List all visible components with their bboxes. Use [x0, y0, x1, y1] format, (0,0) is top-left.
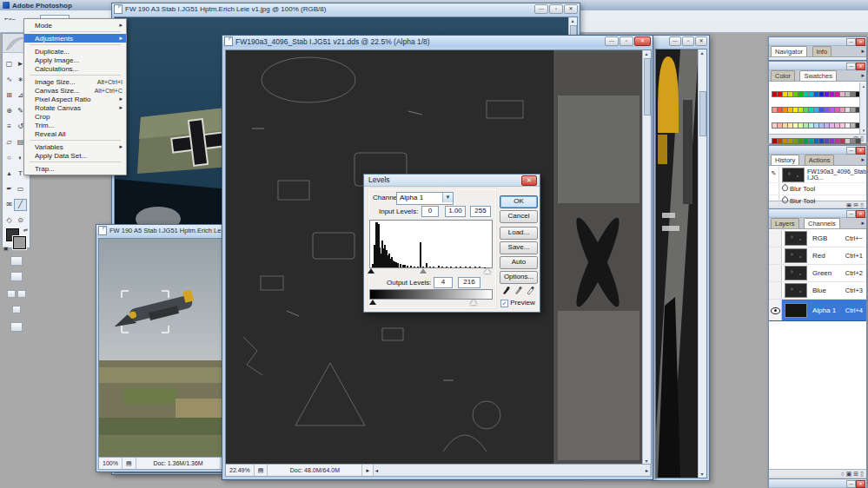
swatch[interactable]	[814, 123, 818, 128]
menu-item-duplicate[interactable]: Duplicate...	[24, 47, 126, 56]
menu-item-mode[interactable]: Mode▸	[24, 21, 126, 30]
quick-mask-mode-button[interactable]	[10, 272, 23, 281]
load-button[interactable]: Load...	[500, 227, 538, 240]
swatch[interactable]	[783, 123, 787, 128]
set-source-icon[interactable]: ✎	[769, 167, 779, 182]
scroll-right-arrow[interactable]: ▸	[646, 467, 648, 473]
menu-item-apply-data-set[interactable]: Apply Data Set...	[24, 151, 126, 160]
menu-item-canvas-size[interactable]: Canvas Size...Alt+Ctrl+C	[24, 86, 126, 95]
eraser-tool-icon[interactable]: ▱	[3, 137, 15, 148]
swatch[interactable]	[783, 108, 787, 112]
background-color-well[interactable]	[13, 236, 26, 249]
swatch[interactable]	[804, 92, 808, 96]
swatch[interactable]	[793, 108, 798, 112]
options-button[interactable]: Options...	[500, 271, 538, 284]
rectangular-marquee-tool-icon[interactable]: ▢	[3, 59, 15, 69]
output-highlight-slider[interactable]	[470, 300, 477, 305]
notes-tool-icon[interactable]: ✉	[3, 200, 15, 210]
maximize-button[interactable]: ▫	[682, 36, 694, 46]
levels-titlebar[interactable]: Levels ✕	[364, 175, 540, 187]
doc-size-status[interactable]: Doc: 1.36M/1.36M	[136, 458, 222, 469]
eyedropper-tool-icon[interactable]: ╱	[15, 200, 26, 210]
doc-size-status[interactable]: Doc: 48.0M/64.0M	[268, 465, 362, 476]
swatch[interactable]	[793, 92, 798, 96]
swatch[interactable]	[804, 139, 808, 143]
tab-color[interactable]: Color	[771, 70, 795, 81]
swatch[interactable]	[840, 92, 845, 96]
scroll-thumb[interactable]	[644, 58, 651, 115]
load-selection-icon[interactable]: ○	[841, 471, 845, 477]
fullscreen-menubar-button[interactable]	[17, 290, 26, 298]
minimize-icon[interactable]: —	[846, 480, 856, 488]
menu-item-adjustments[interactable]: Adjustments▸	[24, 34, 126, 43]
swatch[interactable]	[809, 108, 813, 112]
save-selection-icon[interactable]: ▣	[846, 471, 852, 477]
input-shadow-slider[interactable]	[368, 268, 374, 274]
delete-channel-icon[interactable]: ▯	[860, 471, 864, 477]
tab-info[interactable]: Info	[812, 46, 832, 56]
swatch[interactable]	[809, 92, 813, 96]
shape-tool-icon[interactable]: ▭	[15, 184, 26, 195]
swatch[interactable]	[845, 108, 850, 112]
strip-canvas[interactable]: ▴ ▾	[655, 49, 707, 478]
panel-titlebar[interactable]: — ✕	[769, 37, 866, 46]
doc3-canvas[interactable]	[98, 238, 233, 458]
panel-titlebar[interactable]: — ✕	[769, 62, 866, 70]
swatch[interactable]	[778, 92, 782, 96]
scroll-down-arrow[interactable]: ▾	[860, 127, 867, 134]
hand-tool-icon[interactable]: ◇	[3, 215, 15, 226]
swatch[interactable]	[835, 92, 839, 96]
chevron-down-icon[interactable]: ▼	[442, 193, 453, 202]
pen-tool-icon[interactable]: ✒	[3, 184, 15, 195]
visibility-toggle[interactable]	[769, 300, 782, 320]
close-button[interactable]: ✕	[695, 36, 707, 46]
history-source-checkbox[interactable]	[769, 183, 779, 195]
scroll-thumb[interactable]	[699, 91, 706, 136]
swatch[interactable]	[835, 123, 839, 128]
swatch[interactable]	[804, 108, 808, 112]
channel-row-rgb[interactable]: RGBCtrl+~	[769, 230, 866, 247]
close-icon[interactable]: ✕	[521, 175, 537, 186]
doc1-titlebar[interactable]: FW 190 A3 Stab I.JG51 Hptm.Erich Leie v1…	[112, 3, 580, 15]
swatch[interactable]	[793, 139, 798, 143]
swatch[interactable]	[819, 108, 824, 112]
close-button[interactable]: ✕	[634, 36, 651, 46]
swatch[interactable]	[830, 139, 834, 143]
restore-button[interactable]: ▫	[620, 36, 633, 46]
tab-navigator[interactable]: Navigator	[771, 46, 807, 56]
zoom-percentage[interactable]: 100%	[99, 458, 123, 469]
swatch[interactable]	[840, 123, 845, 128]
swatch[interactable]	[798, 92, 803, 96]
swatch[interactable]	[856, 139, 860, 143]
cancel-button[interactable]: Cancel	[500, 210, 538, 223]
swatch[interactable]	[825, 92, 829, 96]
panel-titlebar[interactable]: — ✕	[769, 209, 866, 218]
menu-item-variables[interactable]: Variables▸	[24, 142, 126, 151]
tab-swatches[interactable]: Swatches	[799, 70, 837, 81]
lasso-tool-icon[interactable]: ∿	[3, 75, 15, 85]
swatch[interactable]	[772, 139, 777, 143]
minimize-icon[interactable]: —	[846, 38, 856, 46]
swatch[interactable]	[783, 139, 787, 143]
panel-menu-icon[interactable]: ▸	[861, 48, 865, 55]
swatch[interactable]	[788, 92, 792, 96]
save-button[interactable]: Save...	[500, 241, 538, 254]
swatch[interactable]	[798, 123, 803, 128]
menu-item-pixel-aspect-ratio[interactable]: Pixel Aspect Ratio▸	[24, 95, 126, 103]
tab-channels[interactable]: Channels	[804, 218, 840, 228]
swatch[interactable]	[851, 108, 855, 112]
menu-item-image-size[interactable]: Image Size...Alt+Ctrl+I	[24, 77, 126, 86]
minimize-icon[interactable]: —	[846, 147, 856, 155]
history-source-checkbox[interactable]	[769, 195, 779, 207]
path-selection-tool-icon[interactable]: ▴	[3, 168, 15, 179]
history-step-blur-tool[interactable]: Blur Tool	[769, 195, 866, 208]
gray-point-eyedropper-icon[interactable]	[514, 285, 523, 295]
channel-row-blue[interactable]: BlueCtrl+3	[769, 282, 866, 300]
tab-layers[interactable]: Layers	[771, 218, 799, 228]
swatch[interactable]	[809, 139, 813, 143]
close-icon[interactable]: ✕	[856, 147, 865, 155]
scroll-up-arrow[interactable]: ▴	[643, 50, 650, 57]
panel-menu-icon[interactable]: ▸	[861, 72, 865, 79]
close-icon[interactable]: ✕	[856, 38, 865, 46]
visibility-toggle[interactable]	[769, 282, 782, 299]
